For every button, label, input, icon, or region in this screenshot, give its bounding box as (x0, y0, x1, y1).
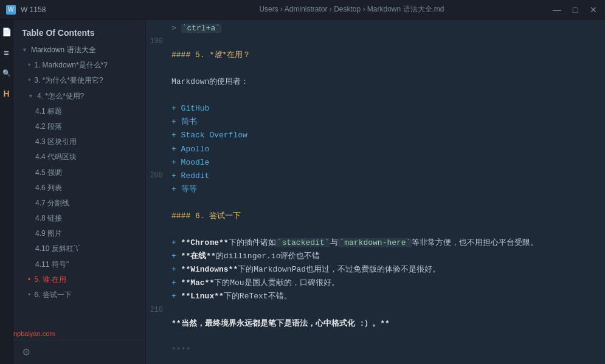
heading-icon[interactable]: H (1, 88, 13, 100)
table-row: + **在线**的dillinger.io评价也不错 (146, 250, 605, 263)
toc-item-4-1[interactable]: 4.1 标题 (13, 104, 145, 119)
table-row: **当然，最终境界永远都是笔下是语法，心中格式化 :）。** (146, 317, 605, 331)
search-icon[interactable]: 🔍 (1, 67, 13, 79)
line-content: **** (171, 344, 605, 357)
line-number (146, 89, 171, 102)
table-row: 190 (146, 35, 605, 49)
toc-item-3[interactable]: • 3. *为什么*要使用它? (13, 73, 145, 88)
table-row: + **Windowns**下的MarkdownPad也用过，不过免费版的体验不… (146, 263, 605, 276)
sidebar-icon-strip: 📄 ≡ 🔍 H (0, 19, 13, 364)
app-icon: W (6, 5, 16, 15)
toc-item-4-2[interactable]: 4.2 段落 (13, 119, 145, 134)
toc-item-4[interactable]: 4. *怎么*使用? (13, 89, 145, 104)
line-content (171, 223, 605, 236)
line-number (146, 344, 171, 357)
line-number (146, 102, 171, 115)
app-title: W 1158 (21, 5, 46, 14)
line-number (146, 317, 171, 331)
table-row: + **Mac**下的Mou是国人贡献的，口碑很好。 (146, 276, 605, 290)
toc-item-4-4[interactable]: 4.4 代码区块 (13, 149, 145, 165)
line-content: + **Mac**下的Mou是国人贡献的，口碑很好。 (171, 276, 605, 290)
line-number (146, 75, 171, 89)
toc-item-4-6[interactable]: 4.6 列表 (13, 180, 145, 196)
line-content: + Reddit (171, 170, 605, 183)
line-number (146, 129, 171, 142)
toc-item-4-10[interactable]: 4.10 反斜杠`\` (13, 241, 145, 256)
line-content: + Moodle (171, 156, 605, 170)
toc-item-4-7[interactable]: 4.7 分割线 (13, 196, 145, 211)
toc-item-4-3[interactable]: 4.3 区块引用 (13, 134, 145, 149)
toc-item-root[interactable]: Markdown 语法大全 (13, 43, 145, 58)
sidebar-content: Table Of Contents Markdown 语法大全 • 1. Mar… (13, 19, 145, 328)
line-content (171, 62, 605, 75)
sidebar: Table Of Contents Markdown 语法大全 • 1. Mar… (0, 19, 146, 364)
line-content: #### 5. *谁*在用？ (171, 49, 605, 62)
line-number (146, 236, 171, 250)
table-row (146, 62, 605, 75)
line-number (146, 156, 171, 170)
line-number: 190 (146, 35, 171, 49)
line-number (146, 290, 171, 303)
line-number (146, 223, 171, 236)
table-row: > `ctrl+a` (146, 22, 605, 35)
line-content: + **Windowns**下的MarkdownPad也用过，不过免费版的体验不… (171, 263, 605, 276)
table-row: + Moodle (146, 156, 605, 170)
table-row: + Apollo (146, 143, 605, 156)
table-row (146, 89, 605, 102)
line-content: **当然，最终境界永远都是笔下是语法，心中格式化 :）。** (171, 317, 605, 331)
toc-item-6[interactable]: • 6. 尝试一下 (13, 287, 145, 303)
toc-item-4-11[interactable]: 4.11 符号'' (13, 257, 145, 272)
sidebar-bottom: ⚙ (13, 340, 145, 364)
line-content (171, 331, 605, 344)
line-content: + 简书 (171, 115, 605, 129)
toc-item-1[interactable]: • 1. Markdown*是什么*? (13, 58, 145, 73)
toc-item-4-8[interactable]: 4.8 链接 (13, 211, 145, 226)
table-row: 210 (146, 304, 605, 317)
code-lines: > `ctrl+a` 190 #### 5. *谁*在用？ (146, 19, 605, 364)
table-row: + **Chrome**下的插件诸如`stackedit`与`markdown-… (146, 236, 605, 250)
table-row: + GitHub (146, 102, 605, 115)
maximize-button[interactable]: □ (570, 4, 581, 15)
table-row: + Stack Overflow (146, 129, 605, 142)
table-row: #### 5. *谁*在用？ (146, 49, 605, 62)
close-button[interactable]: ✕ (588, 4, 599, 15)
line-content: + **在线**的dillinger.io评价也不错 (171, 250, 605, 263)
line-number: 200 (146, 170, 171, 183)
toc-icon[interactable]: ≡ (1, 46, 13, 58)
minimize-button[interactable]: — (551, 4, 562, 15)
line-content (171, 35, 605, 49)
line-content: + Stack Overflow (171, 129, 605, 142)
table-row: Markdown的使用者： (146, 75, 605, 89)
line-content: + **Linux**下的ReText不错。 (171, 290, 605, 303)
table-row (146, 331, 605, 344)
table-row (146, 357, 605, 364)
line-content (171, 89, 605, 102)
file-icon[interactable]: 📄 (1, 26, 13, 38)
table-row: + **Linux**下的ReText不错。 (146, 290, 605, 303)
editor-content[interactable]: > `ctrl+a` 190 #### 5. *谁*在用？ (146, 19, 605, 364)
line-content: + **Chrome**下的插件诸如`stackedit`与`markdown-… (171, 236, 605, 250)
line-content (171, 304, 605, 317)
line-number (146, 250, 171, 263)
editor-area: > `ctrl+a` 190 #### 5. *谁*在用？ (146, 19, 605, 364)
file-path: Users › Administrator › Desktop › Markdo… (152, 4, 551, 15)
toc-item-4-9[interactable]: 4.9 图片 (13, 226, 145, 241)
line-content: #### 6. 尝试一下 (171, 210, 605, 223)
line-number (146, 143, 171, 156)
toc-item-4-5[interactable]: 4.5 强调 (13, 165, 145, 180)
line-number (146, 22, 171, 35)
toc-item-5[interactable]: • 5. 谁·在用 (13, 272, 145, 287)
table-row: #### 6. 尝试一下 (146, 210, 605, 223)
line-number (146, 115, 171, 129)
line-content: + GitHub (171, 102, 605, 115)
watermark: yinpbaiyan.com (0, 328, 145, 340)
table-row: + 简书 (146, 115, 605, 129)
main-container: 📄 ≡ 🔍 H Table Of Contents Markdown 语法大全 … (0, 19, 605, 364)
toc-title: Table Of Contents (13, 19, 145, 43)
line-content (171, 357, 605, 364)
table-row: **** (146, 344, 605, 357)
line-number (146, 183, 171, 196)
settings-icon[interactable]: ⚙ (22, 347, 30, 357)
line-number: 210 (146, 304, 171, 317)
title-bar: W W 1158 Users › Administrator › Desktop… (0, 0, 605, 19)
